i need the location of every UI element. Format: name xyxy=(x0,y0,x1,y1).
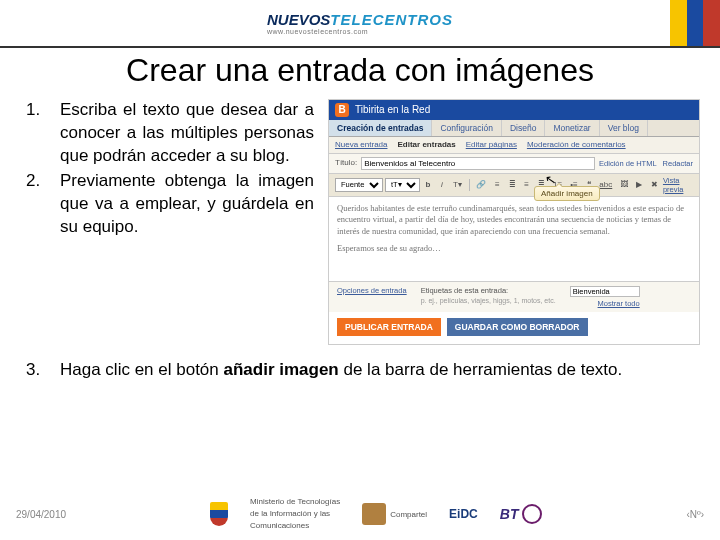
page-title: Crear una entrada con imágenes xyxy=(0,52,720,89)
post-options-row: Opciones de entrada Etiquetas de esta en… xyxy=(329,281,699,312)
title-input[interactable] xyxy=(361,157,595,170)
tab-monetizar[interactable]: Monetizar xyxy=(545,120,599,136)
etiquetas-label: Etiquetas de esta entrada: xyxy=(421,286,556,295)
textcolor-button[interactable]: T▾ xyxy=(450,178,465,192)
mostrar-todo-link[interactable]: Mostrar todo xyxy=(570,299,640,308)
tooltip-anadir-imagen: Añadir imagen xyxy=(534,186,600,202)
align-center-button[interactable]: ≣ xyxy=(505,178,518,192)
logo-colombia-shield xyxy=(210,502,228,526)
screenshot-column: B Tibirita en la Red Creación de entrada… xyxy=(328,99,700,345)
flag-stripe xyxy=(670,0,720,46)
compartel-text: Compartel xyxy=(390,510,427,519)
footer-date: 29/04/2010 xyxy=(16,509,66,520)
tab-creacion[interactable]: Creación de entradas xyxy=(329,120,432,136)
link-redactar[interactable]: Redactar xyxy=(663,159,693,168)
secondary-tabs: Nueva entrada Editar entradas Editar pág… xyxy=(329,137,699,154)
min-line1: Ministerio de Tecnologías xyxy=(250,498,340,506)
tab-configuracion[interactable]: Configuración xyxy=(432,120,501,136)
post-paragraph-2: Esperamos sea de su agrado… xyxy=(337,243,691,254)
align-right-button[interactable]: ≡ xyxy=(521,178,533,192)
sub-editar-entradas[interactable]: Editar entradas xyxy=(397,140,455,150)
save-draft-button[interactable]: GUARDAR COMO BORRADOR xyxy=(447,318,588,336)
sub-editar-paginas[interactable]: Editar páginas xyxy=(466,140,517,150)
brand-url: www.nuevostelecentros.com xyxy=(267,28,453,35)
primary-tabs: Creación de entradas Configuración Diseñ… xyxy=(329,120,699,137)
footer-page-number: ‹Nº› xyxy=(686,509,704,520)
blogger-icon: B xyxy=(335,103,349,117)
bold-button[interactable]: b xyxy=(422,178,434,192)
bt-text: BT xyxy=(500,506,519,522)
blogger-editor: B Tibirita en la Red Creación de entrada… xyxy=(328,99,700,345)
blog-name: Tibirita en la Red xyxy=(355,104,430,116)
vista-previa-link[interactable]: Vista previa xyxy=(663,176,693,194)
etiquetas-hint: p. ej., películas, viajes, higgs, 1, mot… xyxy=(421,297,556,305)
step-3-bold: añadir imagen xyxy=(224,360,339,379)
brand-logo: NUEVOSTELECENTROS www.nuevostelecentros.… xyxy=(267,12,453,35)
logo-bt: BT xyxy=(500,504,543,524)
align-left-button[interactable]: ≡ xyxy=(491,178,503,192)
bt-globe-icon xyxy=(522,504,542,524)
post-body[interactable]: Queridos habitantes de este terruño cund… xyxy=(329,197,699,281)
instruction-column: Escriba el texto que desea dar a conocer… xyxy=(24,99,314,345)
slide-header: NUEVOSTELECENTROS www.nuevostelecentros.… xyxy=(0,0,720,48)
brand-nuevos: NUEVOS xyxy=(267,11,330,28)
publish-button[interactable]: PUBLICAR ENTRADA xyxy=(337,318,441,336)
italic-button[interactable]: i xyxy=(436,178,448,192)
title-label: Título: xyxy=(335,158,357,168)
clear-format-button[interactable]: ✖ xyxy=(648,178,661,192)
editor-toolbar: Fuente tT▾ b i T▾ 🔗 ≡ ≣ ≡ ≣ 1≡ •≡ ❝ abc … xyxy=(329,174,699,197)
logo-ministerio: Ministerio de Tecnologías de la Informac… xyxy=(250,498,340,530)
step-3-number: 3. xyxy=(26,359,40,382)
add-image-button[interactable]: 🖼 xyxy=(617,178,631,192)
etiquetas-input[interactable] xyxy=(570,286,640,297)
font-select[interactable]: Fuente xyxy=(335,178,383,192)
slide-footer: 29/04/2010 Ministerio de Tecnologías de … xyxy=(0,498,720,530)
footer-logos: Ministerio de Tecnologías de la Informac… xyxy=(210,498,542,530)
sub-moderacion[interactable]: Moderación de comentarios xyxy=(527,140,626,150)
step-1: Escriba el texto que desea dar a conocer… xyxy=(24,99,314,168)
link-button[interactable]: 🔗 xyxy=(474,178,490,192)
action-buttons: PUBLICAR ENTRADA GUARDAR COMO BORRADOR xyxy=(329,312,699,344)
sub-nueva[interactable]: Nueva entrada xyxy=(335,140,387,150)
step-3-pre: Haga clic en el botón xyxy=(60,360,224,379)
fontsize-select[interactable]: tT▾ xyxy=(385,178,420,192)
eidc-text: EiDC xyxy=(449,507,478,521)
min-line3: Comunicaciones xyxy=(250,522,309,530)
blogger-titlebar: B Tibirita en la Red xyxy=(329,100,699,120)
logo-eidc: EiDC xyxy=(449,507,478,521)
opciones-link[interactable]: Opciones de entrada xyxy=(337,286,407,295)
min-line2: de la Información y las xyxy=(250,510,330,518)
logo-compartel: Compartel xyxy=(362,503,427,525)
post-title-row: Título: Edición de HTML Redactar xyxy=(329,154,699,174)
tab-verblog[interactable]: Ver blog xyxy=(600,120,648,136)
brand-telecentros: TELECENTROS xyxy=(330,11,453,28)
tab-diseno[interactable]: Diseño xyxy=(502,120,545,136)
link-edicion-html[interactable]: Edición de HTML xyxy=(599,159,656,168)
step-3: 3. Haga clic en el botón añadir imagen d… xyxy=(24,359,696,382)
step-2: Previamente obtenga la imagen que va a e… xyxy=(24,170,314,239)
video-button[interactable]: ▶ xyxy=(633,178,646,192)
step-3-post: de la barra de herramientas de texto. xyxy=(339,360,623,379)
post-paragraph-1: Queridos habitantes de este terruño cund… xyxy=(337,203,691,237)
